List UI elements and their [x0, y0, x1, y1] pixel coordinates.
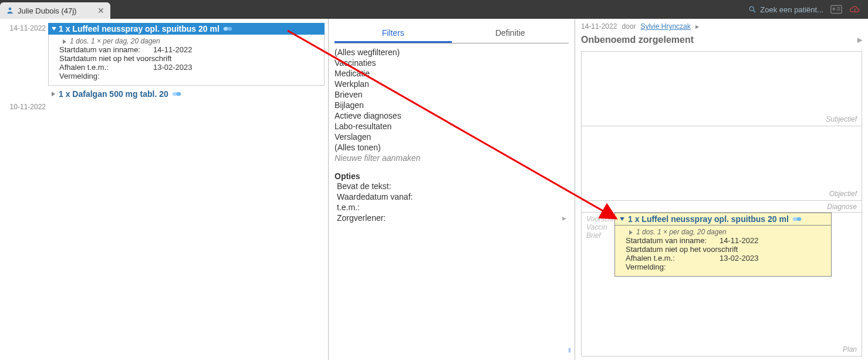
filter-tabs: Filters Definitie — [335, 25, 569, 43]
chevron-right-icon: ▸ — [562, 213, 566, 223]
mention-label: Vermelding: — [626, 263, 828, 271]
left-body: 1 x Luffeel neusspray opl. spuitbus 20 m… — [48, 19, 328, 360]
filter-item[interactable]: Labo-resultaten — [335, 121, 575, 132]
start-date-value: 14-11-2022 — [153, 45, 192, 54]
svg-point-1 — [750, 6, 754, 11]
chevron-right-icon: ▸ — [857, 34, 862, 45]
dropped-prescription[interactable]: 1 x Luffeel neusspray opl. spuitbus 20 m… — [614, 213, 832, 277]
filter-item[interactable]: Actieve diagnoses — [335, 110, 575, 121]
filter-list: (Alles wegfilteren) Vaccinaties Medicati… — [331, 47, 575, 163]
chevron-down-icon — [620, 217, 624, 221]
entry-date: 14-11-2022 — [0, 24, 46, 35]
start-date-label: Startdatum van inname: — [626, 236, 720, 245]
topbar: Julie Dubois (47j) ✕ Zoek een patiënt... — [0, 0, 868, 19]
prescription-detail: 1 dos. 1 × per dag, 20 dagen Startdatum … — [48, 35, 325, 86]
filter-item[interactable]: (Alles wegfilteren) — [335, 47, 575, 58]
option-date-from[interactable]: Waardedatum vanaf: — [331, 191, 575, 202]
prescription-title: 1 x Luffeel neusspray opl. spuitbus 20 m… — [59, 24, 219, 33]
objective-section[interactable]: Objectief — [582, 126, 862, 201]
search-icon — [748, 5, 756, 14]
id-card-icon[interactable] — [830, 5, 842, 14]
pills-icon — [792, 216, 802, 223]
not-on-prescription: Startdatum niet op het voorschrift — [59, 54, 320, 63]
section-label: Diagnose — [827, 203, 857, 211]
patient-tab[interactable]: Julie Dubois (47j) ✕ — [0, 2, 110, 19]
care-element-title[interactable]: Onbenoemd zorgelement ▸ — [581, 34, 862, 45]
svg-point-12 — [176, 92, 181, 96]
author-link[interactable]: Sylvie Hrynczak — [640, 22, 690, 31]
filter-item[interactable]: Werkplan — [335, 79, 575, 89]
person-icon — [6, 6, 14, 15]
pickup-until-value: 13-02-2023 — [153, 63, 192, 72]
section-label: Objectief — [829, 190, 857, 198]
prescription-selected[interactable]: 1 x Luffeel neusspray opl. spuitbus 20 m… — [48, 23, 325, 35]
svg-rect-3 — [831, 5, 842, 13]
filter-item[interactable]: Medicatie — [335, 68, 575, 79]
cloud-warning-icon[interactable] — [849, 5, 861, 14]
option-care-provider[interactable]: Zorgverlener:▸ — [331, 213, 575, 223]
soap-box: Subjectief Objectief Diagnose Voorschrif… — [581, 51, 862, 356]
pills-icon — [172, 90, 181, 97]
contact-meta: 14-11-2022 door Sylvie Hrynczak ▸ — [581, 22, 862, 31]
start-date-value: 14-11-2022 — [720, 236, 759, 245]
arrow-right-icon — [63, 39, 66, 44]
section-label: Subjectief — [826, 115, 857, 123]
prescription-title: 1 x Luffeel neusspray opl. spuitbus 20 m… — [628, 214, 789, 224]
entry-date: 10-11-2022 — [0, 103, 46, 113]
svg-point-4 — [833, 8, 835, 10]
pickup-until-value: 13-02-2023 — [720, 254, 759, 263]
left-panel: 14-11-2022 10-11-2022 1 x Luffeel neussp… — [0, 19, 329, 360]
by-label: door — [622, 22, 636, 31]
posology-line: 1 dos. 1 × per dag, 20 dagen — [626, 228, 828, 236]
pickup-until-label: Afhalen t.e.m.: — [59, 63, 153, 72]
right-panel: 14-11-2022 door Sylvie Hrynczak ▸ Onbeno… — [575, 19, 868, 360]
svg-point-8 — [855, 11, 856, 11]
diagnosis-section[interactable]: Diagnose — [582, 201, 862, 213]
not-on-prescription: Startdatum niet op het voorschrift — [626, 245, 828, 254]
middle-panel: Filters Definitie (Alles wegfilteren) Va… — [329, 19, 575, 360]
drag-handle-icon[interactable]: ⦀ — [568, 346, 571, 354]
prescription-title: 1 x Dafalgan 500 mg tabl. 20 — [59, 89, 168, 99]
topbar-tools: Zoek een patiënt... — [748, 5, 868, 14]
filter-item[interactable]: Vaccinaties — [335, 58, 575, 68]
start-date-label: Startdatum van inname: — [59, 45, 153, 54]
chevron-right-icon: ▸ — [695, 22, 699, 31]
tab-definitie[interactable]: Definitie — [452, 25, 569, 43]
arrow-right-icon — [629, 230, 633, 235]
arrow-right-icon — [52, 92, 55, 96]
svg-point-10 — [227, 27, 232, 31]
close-icon[interactable]: ✕ — [97, 6, 104, 15]
filter-item[interactable]: Brieven — [335, 89, 575, 100]
subjective-section[interactable]: Subjectief — [582, 52, 862, 126]
section-label: Plan — [843, 345, 857, 354]
tab-area: Julie Dubois (47j) ✕ — [0, 0, 110, 19]
main-area: 14-11-2022 10-11-2022 1 x Luffeel neussp… — [0, 19, 868, 360]
posology-line: 1 dos. 1 × per dag, 20 dagen — [59, 37, 320, 45]
new-filter[interactable]: Nieuwe filter aanmaken — [335, 153, 575, 163]
options-header: Opties — [331, 171, 575, 181]
pickup-until-label: Afhalen t.e.m.: — [626, 254, 720, 263]
contact-date: 14-11-2022 — [581, 22, 617, 31]
svg-point-16 — [796, 217, 801, 221]
plan-section[interactable]: Voorschrift Vaccin Brief 1 x Luffeel neu… — [582, 213, 862, 356]
search-placeholder: Zoek een patiënt... — [760, 5, 823, 14]
option-contains-text[interactable]: Bevat de tekst: — [331, 181, 575, 191]
prescription-collapsed[interactable]: 1 x Dafalgan 500 mg tabl. 20 — [48, 88, 325, 100]
chevron-down-icon — [52, 27, 56, 31]
pills-icon — [223, 25, 232, 32]
filter-item[interactable]: Verslagen — [335, 132, 575, 142]
svg-line-2 — [754, 11, 756, 13]
patient-tab-label: Julie Dubois (47j) — [18, 6, 76, 15]
filter-item[interactable]: Bijlagen — [335, 100, 575, 110]
date-gutter: 14-11-2022 10-11-2022 — [0, 19, 48, 360]
tab-filters[interactable]: Filters — [335, 25, 452, 43]
option-date-to[interactable]: t.e.m.: — [331, 202, 575, 213]
patient-search[interactable]: Zoek een patiënt... — [748, 5, 823, 14]
mention-label: Vermelding: — [59, 72, 320, 80]
filter-item[interactable]: (Alles tonen) — [335, 142, 575, 153]
svg-point-0 — [9, 8, 12, 11]
